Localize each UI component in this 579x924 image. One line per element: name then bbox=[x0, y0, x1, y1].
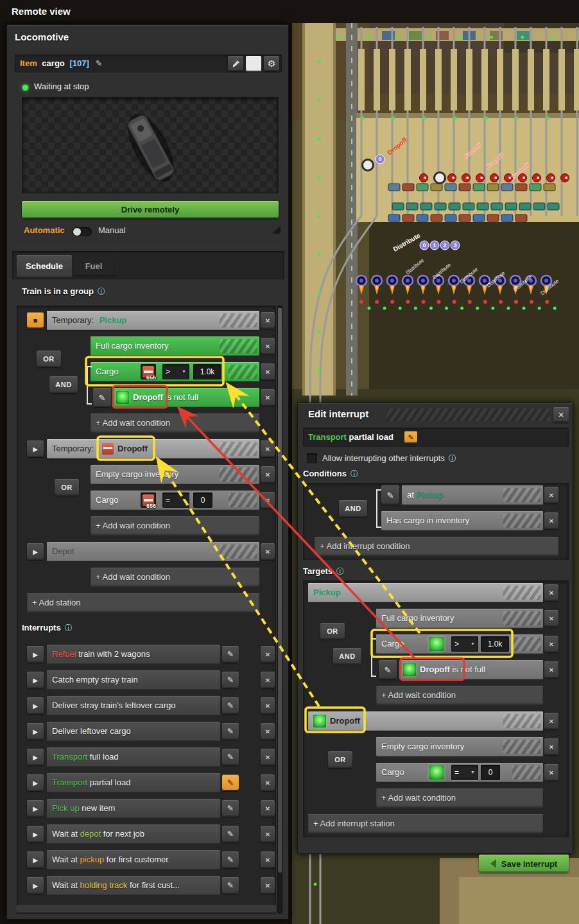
interrupt-row[interactable]: Transport full load bbox=[47, 747, 220, 767]
target-station-pickup[interactable]: Pickup bbox=[308, 583, 543, 602]
add-wait-condition-button[interactable]: + Add wait condition bbox=[376, 686, 543, 705]
condition-remove-button[interactable]: ✕ bbox=[261, 363, 275, 380]
station2-remove-button[interactable]: ✕ bbox=[261, 440, 275, 457]
interrupt-edit-button[interactable]: ✎ bbox=[222, 646, 239, 663]
info-icon[interactable]: ⓘ bbox=[350, 469, 358, 480]
interrupt-edit-button[interactable]: ✎ bbox=[222, 697, 239, 714]
station2-row[interactable]: Temporary: Dropoff bbox=[47, 439, 259, 458]
condition-remove-button[interactable]: ✕ bbox=[261, 466, 275, 483]
interrupt-remove-button[interactable]: ✕ bbox=[261, 826, 275, 842]
condition-remove-button[interactable]: ✕ bbox=[544, 661, 558, 678]
tab-schedule[interactable]: Schedule bbox=[17, 255, 72, 277]
condition-remove-button[interactable]: ✕ bbox=[544, 610, 558, 627]
interrupt-remove-button[interactable]: ✕ bbox=[261, 774, 275, 791]
dialog-close-button[interactable]: ✕ bbox=[553, 407, 569, 423]
rename-interrupt-button[interactable]: ✎ bbox=[404, 431, 417, 444]
dialog-drag-area[interactable] bbox=[386, 408, 549, 421]
interrupt-edit-button[interactable]: ✎ bbox=[222, 749, 239, 765]
interrupt-play-button[interactable]: ▶ bbox=[27, 826, 44, 842]
and-button[interactable]: AND bbox=[49, 376, 78, 393]
drive-remotely-button[interactable]: Drive remotely bbox=[22, 201, 279, 218]
station1-remove-button[interactable]: ✕ bbox=[261, 312, 275, 329]
target-remove-button[interactable]: ✕ bbox=[544, 713, 558, 729]
allow-interrupting-checkbox[interactable] bbox=[307, 453, 317, 464]
interrupt-row[interactable]: Deliver leftover cargo bbox=[47, 722, 220, 741]
parameter-item-icon[interactable] bbox=[429, 637, 444, 651]
interrupt-play-button[interactable]: ▶ bbox=[27, 774, 44, 791]
interrupt-remove-button[interactable]: ✕ bbox=[261, 646, 275, 663]
wait-condition-cargo-gt[interactable]: Cargo 656 >▼ 1.0k bbox=[91, 362, 259, 381]
station2-play-button[interactable]: ▶ bbox=[27, 440, 44, 457]
station3-row[interactable]: Depot bbox=[47, 542, 259, 561]
interrupt-row[interactable]: Wait at holding track for first cust... bbox=[47, 876, 220, 895]
add-wait-condition-button[interactable]: + Add wait condition bbox=[91, 568, 259, 587]
edit-condition-button[interactable]: ✎ bbox=[379, 660, 397, 679]
target-station-dropoff[interactable]: Dropoff bbox=[308, 711, 543, 731]
interrupt-play-button[interactable]: ▶ bbox=[27, 877, 44, 894]
comparator-dropdown[interactable]: >▼ bbox=[162, 364, 189, 379]
interrupt-remove-button[interactable]: ✕ bbox=[261, 800, 275, 817]
mode-toggle[interactable] bbox=[73, 227, 92, 236]
add-station-button[interactable]: + Add station bbox=[27, 593, 259, 613]
info-icon[interactable]: ⓘ bbox=[98, 286, 105, 297]
target-remove-button[interactable]: ✕ bbox=[544, 584, 558, 601]
condition-remove-button[interactable]: ✕ bbox=[544, 738, 558, 755]
condition-remove-button[interactable]: ✕ bbox=[261, 492, 275, 509]
comparator-dropdown[interactable]: >▼ bbox=[451, 636, 478, 652]
condition-remove-button[interactable]: ✕ bbox=[544, 764, 558, 781]
target-condition-empty-cargo[interactable]: Empty cargo inventory bbox=[376, 737, 543, 756]
or-button[interactable]: OR bbox=[328, 751, 352, 768]
and-button[interactable]: AND bbox=[339, 500, 367, 517]
interrupt-edit-button-active[interactable]: ✎ bbox=[222, 774, 239, 791]
mode-automatic-label[interactable]: Automatic bbox=[24, 225, 65, 235]
value-field[interactable]: 1.0k bbox=[481, 636, 509, 652]
interrupt-row[interactable]: Refuel train with 2 wagons bbox=[47, 645, 220, 664]
save-interrupt-button[interactable]: Save interrupt bbox=[479, 855, 569, 873]
comparator-dropdown[interactable]: =▼ bbox=[162, 493, 189, 508]
settings-button[interactable]: ⚙ bbox=[264, 56, 279, 71]
interrupt-row[interactable]: Wait at pickup for first customer bbox=[47, 850, 220, 869]
wait-condition-empty-cargo[interactable]: Empty cargo inventory bbox=[91, 465, 259, 484]
add-interrupt-station-button[interactable]: + Add interrupt station bbox=[308, 814, 543, 833]
interrupt-row-transport-partial[interactable]: Transport partial load bbox=[47, 773, 220, 792]
comparator-dropdown[interactable]: =▼ bbox=[451, 765, 478, 780]
schedule-scrollbar[interactable] bbox=[277, 306, 282, 914]
interrupt-condition-at-pickup[interactable]: at Pickup bbox=[402, 485, 543, 505]
interrupt-row[interactable]: Deliver stray train's leftover cargo bbox=[47, 696, 220, 715]
interrupt-row[interactable]: Pick up new item bbox=[47, 799, 220, 818]
info-icon[interactable]: ⓘ bbox=[449, 453, 456, 464]
interrupt-play-button[interactable]: ▶ bbox=[27, 800, 44, 817]
interrupt-play-button[interactable]: ▶ bbox=[27, 749, 44, 765]
wait-condition-full-cargo[interactable]: Full cargo inventory bbox=[91, 336, 259, 356]
target-condition-dropoff-not-full[interactable]: Dropoff is not full bbox=[399, 660, 543, 679]
add-wait-condition-button[interactable]: + Add wait condition bbox=[91, 516, 259, 536]
condition-remove-button[interactable]: ✕ bbox=[261, 389, 275, 406]
condition-remove-button[interactable]: ✕ bbox=[261, 338, 275, 354]
or-button[interactable]: OR bbox=[37, 351, 61, 367]
edit-condition-button[interactable]: ✎ bbox=[381, 485, 399, 505]
station1-current-indicator[interactable]: ■ bbox=[27, 312, 44, 329]
station3-play-button[interactable]: ▶ bbox=[27, 543, 44, 560]
value-field[interactable]: 1.0k bbox=[193, 364, 221, 379]
color-swatch-button[interactable] bbox=[246, 56, 261, 71]
or-button[interactable]: OR bbox=[320, 623, 345, 640]
scrollbar-thumb[interactable] bbox=[278, 308, 282, 873]
cargo-item-icon[interactable]: 656 bbox=[141, 493, 156, 508]
value-field[interactable]: 0 bbox=[481, 765, 500, 780]
info-icon[interactable]: ⓘ bbox=[336, 566, 344, 577]
tab-fuel[interactable]: Fuel bbox=[73, 255, 114, 277]
or-button[interactable]: OR bbox=[55, 479, 79, 496]
interrupt-edit-button[interactable]: ✎ bbox=[222, 723, 239, 740]
interrupt-edit-button[interactable]: ✎ bbox=[222, 672, 239, 688]
interrupt-remove-button[interactable]: ✕ bbox=[261, 851, 275, 868]
interrupt-play-button[interactable]: ▶ bbox=[27, 672, 44, 688]
add-wait-condition-button[interactable]: + Add wait condition bbox=[91, 414, 259, 433]
interrupt-row[interactable]: Wait at depot for next job bbox=[47, 824, 220, 844]
target-condition-cargo-eq[interactable]: Cargo =▼ 0 bbox=[376, 763, 543, 782]
target-condition-cargo-gt[interactable]: Cargo >▼ 1.0k bbox=[376, 634, 543, 654]
add-wait-condition-button[interactable]: + Add wait condition bbox=[376, 789, 543, 808]
info-icon[interactable]: ⓘ bbox=[65, 623, 73, 634]
interrupt-edit-button[interactable]: ✎ bbox=[222, 877, 239, 894]
interrupt-remove-button[interactable]: ✕ bbox=[261, 749, 275, 765]
condition-remove-button[interactable]: ✕ bbox=[544, 636, 558, 652]
